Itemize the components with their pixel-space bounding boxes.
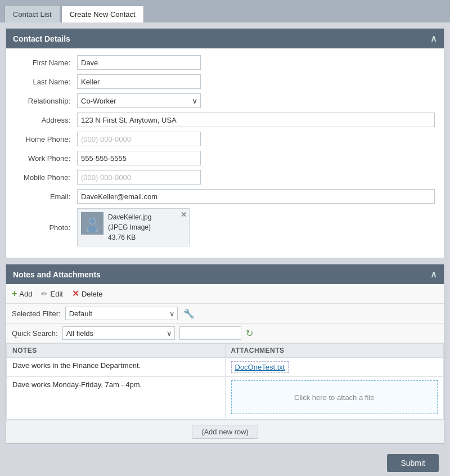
work-phone-input[interactable] — [77, 151, 201, 165]
mobile-phone-row: Mobile Phone: — [15, 170, 435, 185]
edit-label: Edit — [50, 290, 62, 298]
mobile-phone-input[interactable] — [77, 170, 201, 185]
notes-attachments-title: Notes and Attachments — [13, 270, 101, 279]
filter-select[interactable]: Default All Recent — [65, 307, 178, 320]
photo-label: Photo: — [15, 223, 77, 232]
contact-details-body: First Name: Last Name: Relationship: Co-… — [6, 48, 444, 258]
relationship-label: Relationship: — [15, 97, 77, 105]
photo-row: Photo: DaveKeller.jpg (JPEG Image) 4 — [15, 208, 435, 246]
wrench-icon[interactable]: 🔧 — [183, 308, 195, 319]
relationship-row: Relationship: Co-Worker Friend Family Bu… — [15, 93, 435, 108]
contact-details-title: Contact Details — [13, 34, 70, 43]
notes-toolbar: + Add ✏ Edit ✕ Delete — [6, 284, 444, 304]
search-row: Quick Search: All fields Notes Attachmen… — [6, 324, 444, 343]
delete-label: Delete — [82, 290, 103, 298]
notes-collapse-icon[interactable]: ∧ — [430, 269, 437, 280]
email-row: Email: — [15, 189, 435, 204]
filter-select-wrapper: Default All Recent ∨ — [65, 307, 178, 320]
photo-info: DaveKeller.jpg (JPEG Image) 43.76 KB — [108, 212, 151, 243]
filter-row: Selected Filter: Default All Recent ∨ 🔧 — [6, 304, 444, 324]
attach-drop-zone[interactable]: Click here to attach a file — [231, 380, 438, 414]
edit-pencil-icon: ✏ — [41, 289, 48, 298]
email-input[interactable] — [77, 189, 435, 204]
last-name-row: Last Name: — [15, 74, 435, 89]
address-label: Address: — [15, 116, 77, 124]
email-label: Email: — [15, 192, 77, 201]
add-row-bar: (Add new row) — [6, 420, 444, 443]
add-new-row-button[interactable]: (Add new row) — [192, 425, 258, 439]
attachment-link-1[interactable]: DocOneTest.txt — [231, 361, 289, 373]
notes-col-header: NOTES — [7, 344, 226, 358]
search-field-select-wrapper: All fields Notes Attachments ∨ — [62, 326, 175, 340]
note-cell-2: Dave works Monday-Friday, 7am - 4pm. — [7, 377, 226, 420]
refresh-icon[interactable]: ↻ — [246, 328, 253, 339]
photo-thumbnail — [81, 212, 104, 235]
attachment-cell-1: DocOneTest.txt — [225, 358, 444, 377]
note-cell-1: Dave works in the Finance Department. — [7, 358, 226, 377]
relationship-select-wrapper: Co-Worker Friend Family Business ∨ — [77, 93, 201, 108]
work-phone-row: Work Phone: — [15, 151, 435, 165]
svg-point-2 — [89, 218, 95, 224]
search-label: Quick Search: — [12, 329, 58, 338]
tab-contact-list[interactable]: Contact List — [4, 6, 60, 23]
notes-attachments-header: Notes and Attachments ∧ — [6, 264, 444, 284]
search-input[interactable] — [179, 326, 241, 340]
first-name-label: First Name: — [15, 59, 77, 67]
contact-details-header: Contact Details ∧ — [6, 29, 444, 48]
photo-close-icon[interactable]: ✕ — [181, 210, 187, 219]
notes-table: NOTES ATTACHMENTS Dave works in the Fina… — [6, 343, 444, 420]
mobile-phone-label: Mobile Phone: — [15, 173, 77, 182]
tabs-bar: Contact List Create New Contact — [0, 0, 450, 23]
collapse-icon[interactable]: ∧ — [430, 33, 437, 44]
plus-icon: + — [12, 289, 17, 299]
first-name-input[interactable] — [77, 55, 201, 70]
table-header-row: NOTES ATTACHMENTS — [7, 344, 444, 358]
photo-filename: DaveKeller.jpg — [108, 212, 151, 222]
note-textarea-2[interactable]: Dave works Monday-Friday, 7am - 4pm. — [12, 380, 219, 414]
submit-button[interactable]: Submit — [387, 454, 439, 472]
home-phone-label: Home Phone: — [15, 135, 77, 143]
delete-x-icon: ✕ — [72, 289, 79, 299]
home-phone-row: Home Phone: — [15, 132, 435, 146]
photo-size: 43.76 KB — [108, 232, 151, 243]
edit-button[interactable]: ✏ Edit — [41, 289, 62, 298]
notes-attachments-panel: Notes and Attachments ∧ + Add ✏ Edit ✕ D… — [6, 264, 444, 444]
add-label: Add — [19, 290, 32, 298]
search-field-select[interactable]: All fields Notes Attachments — [62, 326, 175, 340]
tab-create-new-contact[interactable]: Create New Contact — [61, 6, 144, 23]
first-name-row: First Name: — [15, 55, 435, 70]
last-name-input[interactable] — [77, 74, 201, 89]
last-name-label: Last Name: — [15, 78, 77, 86]
table-row: Dave works Monday-Friday, 7am - 4pm. Cli… — [7, 377, 444, 420]
home-phone-input[interactable] — [77, 132, 201, 146]
photo-type: (JPEG Image) — [108, 222, 151, 232]
main-content: Contact Details ∧ First Name: Last Name:… — [0, 23, 450, 476]
delete-button[interactable]: ✕ Delete — [72, 289, 103, 299]
attachment-cell-2: Click here to attach a file — [225, 377, 444, 420]
table-row: Dave works in the Finance Department. Do… — [7, 358, 444, 377]
attachments-col-header: ATTACHMENTS — [225, 344, 444, 358]
address-input[interactable] — [77, 113, 435, 127]
filter-label: Selected Filter: — [12, 309, 61, 318]
relationship-select[interactable]: Co-Worker Friend Family Business — [77, 93, 201, 108]
address-row: Address: — [15, 113, 435, 127]
contact-details-panel: Contact Details ∧ First Name: Last Name:… — [6, 28, 444, 258]
work-phone-label: Work Phone: — [15, 154, 77, 163]
add-button[interactable]: + Add — [12, 289, 32, 299]
submit-bar: Submit — [6, 450, 444, 476]
photo-box: DaveKeller.jpg (JPEG Image) 43.76 KB ✕ — [77, 208, 190, 246]
